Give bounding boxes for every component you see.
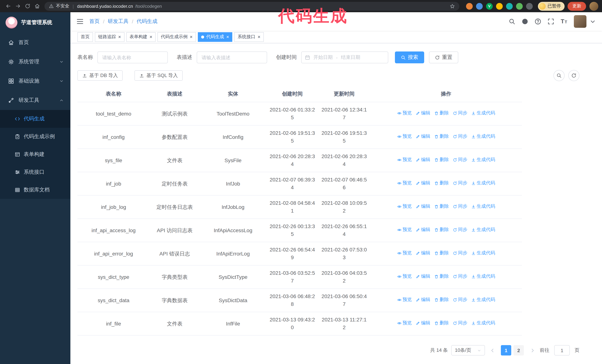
action-sync[interactable]: 同步 <box>452 250 467 257</box>
bookmark-star-icon[interactable] <box>450 3 455 9</box>
refresh-table-button[interactable] <box>568 70 580 81</box>
action-edit[interactable]: 编辑 <box>416 133 430 140</box>
action-preview[interactable]: 预览 <box>397 273 412 280</box>
extension-icon-7[interactable] <box>526 3 533 10</box>
github-icon[interactable] <box>522 18 528 25</box>
update-button[interactable]: 更新 <box>568 2 586 10</box>
sidebar-item-system[interactable]: 系统管理 <box>0 52 70 72</box>
table-name-input[interactable] <box>97 52 168 63</box>
font-size-icon[interactable] <box>561 18 568 25</box>
action-generate[interactable]: 生成代码 <box>471 133 495 140</box>
page-button-2[interactable]: 2 <box>514 345 524 355</box>
action-preview[interactable]: 预览 <box>397 320 412 327</box>
action-delete[interactable]: 删除 <box>434 320 449 327</box>
action-sync[interactable]: 同步 <box>452 110 467 117</box>
sidebar-item-form-builder[interactable]: 表单构建 <box>0 146 70 163</box>
action-preview[interactable]: 预览 <box>397 110 412 117</box>
breadcrumb-item[interactable]: 首页 <box>89 18 100 25</box>
action-preview[interactable]: 预览 <box>397 133 412 140</box>
breadcrumb-item[interactable]: 代码生成 <box>137 18 157 25</box>
goto-page-input[interactable] <box>554 345 570 355</box>
table-desc-input[interactable] <box>197 52 267 63</box>
action-edit[interactable]: 编辑 <box>416 296 430 303</box>
close-icon[interactable] <box>150 34 152 39</box>
extension-icon-6[interactable] <box>516 3 523 10</box>
home-button[interactable] <box>32 2 42 10</box>
action-sync[interactable]: 同步 <box>452 227 467 233</box>
date-range-picker[interactable]: 开始日期 - 结束日期 <box>301 52 388 63</box>
browser-avatar[interactable] <box>589 2 598 10</box>
sidebar-item-devtools[interactable]: 研发工具 <box>0 91 70 110</box>
action-delete[interactable]: 删除 <box>434 227 449 233</box>
breadcrumb-item[interactable]: 研发工具 <box>108 18 129 25</box>
toggle-search-button[interactable] <box>553 70 565 81</box>
action-delete[interactable]: 删除 <box>434 273 449 280</box>
action-delete[interactable]: 删除 <box>434 296 449 303</box>
action-edit[interactable]: 编辑 <box>416 227 430 233</box>
reset-button[interactable]: 重置 <box>429 52 458 63</box>
action-delete[interactable]: 删除 <box>434 156 449 164</box>
action-delete[interactable]: 删除 <box>434 133 449 140</box>
action-edit[interactable]: 编辑 <box>416 180 430 187</box>
close-icon[interactable] <box>226 34 229 39</box>
action-edit[interactable]: 编辑 <box>416 203 430 210</box>
tab-codegen[interactable]: 代码生成 <box>198 32 232 42</box>
tab-codegen-example[interactable]: 代码生成示例 <box>157 32 196 42</box>
reload-button[interactable] <box>23 2 32 10</box>
search-button[interactable]: 搜索 <box>395 52 424 63</box>
tab-form-builder[interactable]: 表单构建 <box>126 32 156 42</box>
action-delete[interactable]: 删除 <box>434 180 449 187</box>
next-page-button[interactable] <box>528 345 537 355</box>
action-edit[interactable]: 编辑 <box>416 273 430 280</box>
action-generate[interactable]: 生成代码 <box>471 203 495 210</box>
sidebar-item-infra[interactable]: 基础设施 <box>0 72 70 91</box>
sidebar-item-codegen-example[interactable]: 代码生成示例 <box>0 128 70 146</box>
action-sync[interactable]: 同步 <box>452 203 467 210</box>
action-generate[interactable]: 生成代码 <box>471 156 495 164</box>
action-edit[interactable]: 编辑 <box>416 250 430 257</box>
action-generate[interactable]: 生成代码 <box>471 320 495 327</box>
hamburger-icon[interactable] <box>76 18 84 25</box>
sidebar-item-codegen[interactable]: 代码生成 <box>0 110 70 128</box>
tab-system-api[interactable]: 系统接口 <box>234 32 264 42</box>
sidebar-item-home[interactable]: 首页 <box>0 33 70 52</box>
sidebar-item-system-api[interactable]: 系统接口 <box>0 163 70 181</box>
action-sync[interactable]: 同步 <box>452 133 467 140</box>
address-bar[interactable]: 不安全 | dashboard.yudao.iocoder.cn/tool/co… <box>44 2 459 10</box>
help-icon[interactable] <box>535 18 541 25</box>
action-sync[interactable]: 同步 <box>452 273 467 280</box>
page-button-1[interactable]: 1 <box>501 345 511 355</box>
action-delete[interactable]: 删除 <box>434 250 449 257</box>
action-edit[interactable]: 编辑 <box>416 156 430 164</box>
action-generate[interactable]: 生成代码 <box>471 296 495 303</box>
action-generate[interactable]: 生成代码 <box>471 250 495 257</box>
extension-icon-3[interactable]: V <box>486 3 493 10</box>
action-sync[interactable]: 同步 <box>452 296 467 303</box>
action-generate[interactable]: 生成代码 <box>471 273 495 280</box>
close-icon[interactable] <box>118 34 121 39</box>
import-db-button[interactable]: 基于 DB 导入 <box>77 70 123 81</box>
action-generate[interactable]: 生成代码 <box>471 180 495 187</box>
action-sync[interactable]: 同步 <box>452 180 467 187</box>
action-delete[interactable]: 删除 <box>434 110 449 117</box>
action-preview[interactable]: 预览 <box>397 227 412 233</box>
action-edit[interactable]: 编辑 <box>416 320 430 327</box>
extension-icon-5[interactable] <box>506 3 513 10</box>
prev-page-button[interactable] <box>488 345 496 355</box>
page-size-select[interactable]: 10条/页 <box>451 345 485 355</box>
close-icon[interactable] <box>258 34 260 39</box>
extension-icon-4[interactable] <box>496 3 503 10</box>
action-preview[interactable]: 预览 <box>397 250 412 257</box>
import-sql-button[interactable]: 基于 SQL 导入 <box>135 70 183 81</box>
action-edit[interactable]: 编辑 <box>416 110 430 117</box>
fullscreen-icon[interactable] <box>548 18 554 25</box>
app-logo[interactable]: 芋道管理系统 <box>0 12 70 33</box>
profile-paused-badge[interactable]: 已暂停 <box>538 2 565 10</box>
extension-icon-1[interactable] <box>466 3 473 10</box>
extension-icon-2[interactable] <box>476 3 483 10</box>
search-icon[interactable] <box>509 18 516 25</box>
action-generate[interactable]: 生成代码 <box>471 227 495 233</box>
user-avatar[interactable] <box>574 15 586 28</box>
action-preview[interactable]: 预览 <box>397 180 412 187</box>
close-icon[interactable] <box>190 34 193 39</box>
